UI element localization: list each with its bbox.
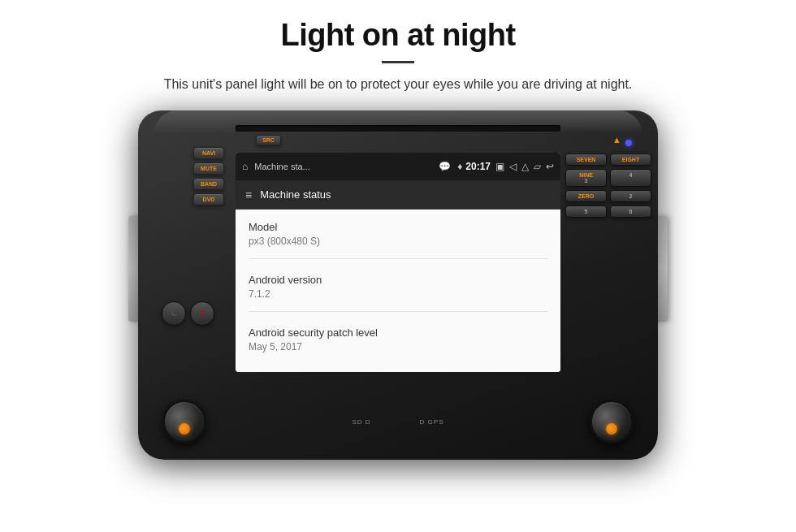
- security-patch-label: Android security patch level: [249, 327, 547, 339]
- cd-slot: [236, 125, 560, 132]
- camera-icon: ▣: [495, 161, 504, 172]
- title-divider: [382, 61, 414, 63]
- page-title: Light on at night: [49, 18, 747, 53]
- bottom-area: SD D D GPS: [138, 400, 658, 443]
- android-content: Model px3 (800x480 S) Android version 7.…: [236, 210, 560, 372]
- statusbar-left: ⌂ Machine sta... 💬 ♦: [242, 161, 462, 172]
- warning-icon: ▲: [612, 135, 621, 145]
- security-patch-section: Android security patch level May 5, 2017: [249, 327, 547, 364]
- model-label: Model: [249, 221, 547, 233]
- band-button[interactable]: BAND: [193, 178, 224, 190]
- back-icon: ↩: [546, 161, 554, 172]
- numpad: SEVEN EIGHT NINE 3 4 ZERO 2: [565, 154, 651, 218]
- sd-label: SD D: [352, 418, 370, 426]
- eject-icon: △: [521, 161, 529, 172]
- model-section: Model px3 (800x480 S): [249, 221, 547, 259]
- seven-button[interactable]: SEVEN: [565, 154, 607, 166]
- statusbar-time: 20:17: [465, 161, 491, 172]
- left-knob[interactable]: [162, 400, 206, 443]
- led-indicator: [625, 140, 632, 146]
- mute-button[interactable]: MUTE: [193, 162, 224, 175]
- call-end-button[interactable]: ✆: [190, 301, 214, 326]
- dvd-button[interactable]: DVD: [193, 193, 224, 205]
- volume-icon: ◁: [509, 161, 517, 172]
- eight-button[interactable]: EIGHT: [610, 154, 651, 166]
- page-subtitle: This unit's panel light will be on to pr…: [49, 75, 747, 94]
- statusbar-right: 20:17 ▣ ◁ △ ▱ ↩: [465, 161, 554, 172]
- android-statusbar: ⌂ Machine sta... 💬 ♦ 20:17 ▣ ◁ △ ▱ ↩: [236, 153, 560, 180]
- screen-area: ⌂ Machine sta... 💬 ♦ 20:17 ▣ ◁ △ ▱ ↩ ≡ M…: [236, 153, 560, 372]
- home-icon: ⌂: [242, 161, 248, 172]
- app-bar: ≡ Machine status: [236, 180, 560, 210]
- call-answer-button[interactable]: 📞: [162, 301, 186, 326]
- navi-button[interactable]: NAVI: [193, 147, 224, 159]
- right-knob[interactable]: [590, 400, 634, 443]
- right-panel: SEVEN EIGHT NINE 3 4 ZERO 2: [565, 147, 651, 374]
- four-button[interactable]: 4: [610, 169, 651, 187]
- statusbar-app-title: Machine sta...: [254, 162, 432, 171]
- hamburger-icon: ≡: [245, 188, 252, 201]
- nine-button[interactable]: NINE 3: [565, 169, 607, 187]
- zero-button[interactable]: ZERO: [565, 190, 607, 202]
- message-icon: 💬: [439, 161, 451, 172]
- security-patch-value: May 5, 2017: [249, 341, 547, 353]
- left-panel: NAVI MUTE BAND DVD 📞 ✆: [145, 147, 231, 374]
- android-version-section: Android version 7.1.2: [249, 274, 547, 312]
- android-version-label: Android version: [249, 274, 547, 286]
- src-button[interactable]: SRC: [256, 135, 281, 145]
- app-bar-title: Machine status: [260, 188, 331, 201]
- five-button[interactable]: 5: [565, 205, 607, 218]
- car-unit: SRC ▲ ⌂ Machine sta... 💬 ♦ 20:17 ▣ ◁ △: [138, 110, 658, 460]
- two-button[interactable]: 2: [610, 190, 651, 202]
- page-header: Light on at night This unit's panel ligh…: [0, 0, 796, 102]
- car-unit-wrapper: SRC ▲ ⌂ Machine sta... 💬 ♦ 20:17 ▣ ◁ △: [138, 110, 658, 460]
- cast-icon: ▱: [534, 161, 541, 172]
- location-icon: ♦: [457, 161, 462, 172]
- android-version-value: 7.1.2: [249, 288, 547, 300]
- six-button[interactable]: 6: [610, 205, 651, 218]
- model-value: px3 (800x480 S): [249, 236, 547, 247]
- gps-label: D GPS: [420, 418, 444, 426]
